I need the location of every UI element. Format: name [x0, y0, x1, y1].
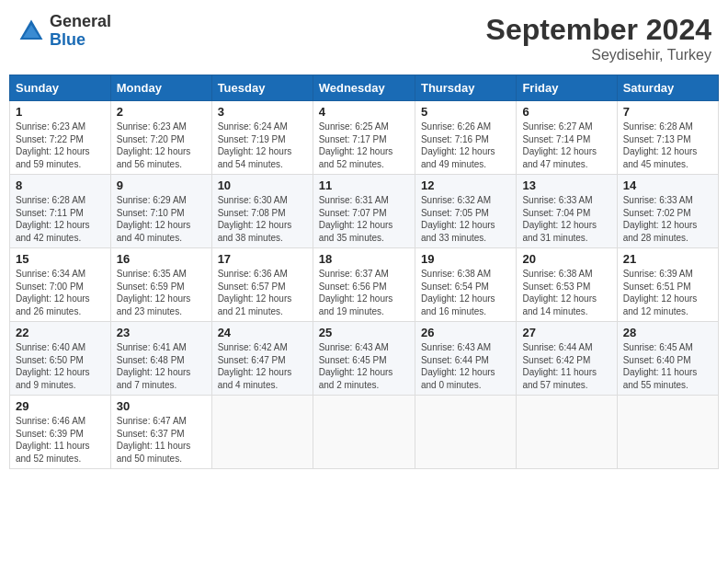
calendar-cell: [617, 396, 718, 469]
day-number: 29: [16, 399, 105, 413]
calendar-table: SundayMondayTuesdayWednesdayThursdayFrid…: [9, 75, 719, 469]
calendar-cell: 6Sunrise: 6:27 AM Sunset: 7:14 PM Daylig…: [517, 101, 617, 175]
day-info: Sunrise: 6:25 AM Sunset: 7:17 PM Dayligh…: [319, 121, 409, 170]
day-number: 4: [319, 105, 409, 119]
day-info: Sunrise: 6:33 AM Sunset: 7:04 PM Dayligh…: [522, 194, 610, 244]
calendar-week-row: 8Sunrise: 6:28 AM Sunset: 7:11 PM Daylig…: [10, 175, 719, 248]
day-info: Sunrise: 6:46 AM Sunset: 6:39 PM Dayligh…: [16, 415, 105, 465]
day-info: Sunrise: 6:36 AM Sunset: 6:57 PM Dayligh…: [218, 268, 307, 317]
weekday-header-thursday: Thursday: [415, 75, 516, 101]
calendar-cell: 27Sunrise: 6:44 AM Sunset: 6:42 PM Dayli…: [517, 322, 617, 396]
calendar-week-row: 29Sunrise: 6:46 AM Sunset: 6:39 PM Dayli…: [10, 396, 719, 469]
day-number: 8: [16, 178, 105, 192]
calendar-cell: 20Sunrise: 6:38 AM Sunset: 6:53 PM Dayli…: [517, 248, 617, 322]
day-number: 20: [522, 252, 610, 266]
logo-general: General: [50, 13, 111, 31]
day-number: 19: [421, 252, 510, 266]
calendar-cell: 8Sunrise: 6:28 AM Sunset: 7:11 PM Daylig…: [10, 175, 111, 248]
day-number: 10: [218, 178, 307, 192]
day-info: Sunrise: 6:28 AM Sunset: 7:11 PM Dayligh…: [16, 194, 105, 244]
calendar-cell: 12Sunrise: 6:32 AM Sunset: 7:05 PM Dayli…: [415, 175, 516, 248]
day-info: Sunrise: 6:47 AM Sunset: 6:37 PM Dayligh…: [117, 415, 206, 465]
day-number: 17: [218, 252, 307, 266]
logo-icon: [17, 17, 46, 46]
day-info: Sunrise: 6:40 AM Sunset: 6:50 PM Dayligh…: [16, 341, 105, 391]
day-info: Sunrise: 6:28 AM Sunset: 7:13 PM Dayligh…: [623, 121, 712, 170]
calendar-cell: [313, 396, 415, 469]
calendar-cell: [415, 396, 516, 469]
weekday-header-monday: Monday: [110, 75, 211, 101]
weekday-header-row: SundayMondayTuesdayWednesdayThursdayFrid…: [10, 75, 719, 101]
calendar-week-row: 22Sunrise: 6:40 AM Sunset: 6:50 PM Dayli…: [10, 322, 719, 396]
calendar-cell: 16Sunrise: 6:35 AM Sunset: 6:59 PM Dayli…: [110, 248, 211, 322]
month-year: September 2024: [486, 13, 711, 47]
calendar-cell: [211, 396, 313, 469]
day-number: 24: [218, 326, 307, 339]
logo-text: General Blue: [50, 13, 111, 50]
calendar-cell: 19Sunrise: 6:38 AM Sunset: 6:54 PM Dayli…: [415, 248, 516, 322]
day-info: Sunrise: 6:27 AM Sunset: 7:14 PM Dayligh…: [522, 121, 610, 170]
day-info: Sunrise: 6:23 AM Sunset: 7:20 PM Dayligh…: [117, 121, 206, 170]
day-number: 14: [623, 178, 712, 192]
day-info: Sunrise: 6:34 AM Sunset: 7:00 PM Dayligh…: [16, 268, 105, 317]
day-info: Sunrise: 6:32 AM Sunset: 7:05 PM Dayligh…: [421, 194, 510, 244]
page-header: General Blue September 2024 Seydisehir, …: [9, 9, 719, 67]
calendar-cell: 24Sunrise: 6:42 AM Sunset: 6:47 PM Dayli…: [211, 322, 313, 396]
weekday-header-friday: Friday: [517, 75, 617, 101]
calendar-cell: 17Sunrise: 6:36 AM Sunset: 6:57 PM Dayli…: [211, 248, 313, 322]
day-number: 25: [319, 326, 409, 339]
day-info: Sunrise: 6:30 AM Sunset: 7:08 PM Dayligh…: [218, 194, 307, 244]
calendar-cell: 1Sunrise: 6:23 AM Sunset: 7:22 PM Daylig…: [10, 101, 111, 175]
day-info: Sunrise: 6:42 AM Sunset: 6:47 PM Dayligh…: [218, 341, 307, 391]
calendar-cell: 23Sunrise: 6:41 AM Sunset: 6:48 PM Dayli…: [110, 322, 211, 396]
calendar-cell: 4Sunrise: 6:25 AM Sunset: 7:17 PM Daylig…: [313, 101, 415, 175]
day-info: Sunrise: 6:37 AM Sunset: 6:56 PM Dayligh…: [319, 268, 409, 317]
day-number: 16: [117, 252, 206, 266]
weekday-header-tuesday: Tuesday: [211, 75, 313, 101]
day-info: Sunrise: 6:26 AM Sunset: 7:16 PM Dayligh…: [421, 121, 510, 170]
day-info: Sunrise: 6:31 AM Sunset: 7:07 PM Dayligh…: [319, 194, 409, 244]
calendar-cell: 11Sunrise: 6:31 AM Sunset: 7:07 PM Dayli…: [313, 175, 415, 248]
logo: General Blue: [17, 13, 111, 50]
day-info: Sunrise: 6:43 AM Sunset: 6:45 PM Dayligh…: [319, 341, 409, 391]
day-info: Sunrise: 6:41 AM Sunset: 6:48 PM Dayligh…: [117, 341, 206, 391]
calendar-week-row: 15Sunrise: 6:34 AM Sunset: 7:00 PM Dayli…: [10, 248, 719, 322]
day-info: Sunrise: 6:23 AM Sunset: 7:22 PM Dayligh…: [16, 121, 105, 170]
calendar-cell: 9Sunrise: 6:29 AM Sunset: 7:10 PM Daylig…: [110, 175, 211, 248]
calendar-cell: 25Sunrise: 6:43 AM Sunset: 6:45 PM Dayli…: [313, 322, 415, 396]
day-number: 23: [117, 326, 206, 339]
day-number: 1: [16, 105, 105, 119]
day-info: Sunrise: 6:44 AM Sunset: 6:42 PM Dayligh…: [522, 341, 610, 391]
calendar-cell: 26Sunrise: 6:43 AM Sunset: 6:44 PM Dayli…: [415, 322, 516, 396]
calendar-cell: 13Sunrise: 6:33 AM Sunset: 7:04 PM Dayli…: [517, 175, 617, 248]
day-number: 18: [319, 252, 409, 266]
day-number: 21: [623, 252, 712, 266]
day-number: 30: [117, 399, 206, 413]
logo-blue: Blue: [50, 31, 111, 50]
calendar-cell: 3Sunrise: 6:24 AM Sunset: 7:19 PM Daylig…: [211, 101, 313, 175]
calendar-cell: 10Sunrise: 6:30 AM Sunset: 7:08 PM Dayli…: [211, 175, 313, 248]
weekday-header-saturday: Saturday: [617, 75, 718, 101]
day-number: 28: [623, 326, 712, 339]
day-info: Sunrise: 6:35 AM Sunset: 6:59 PM Dayligh…: [117, 268, 206, 317]
calendar-cell: 14Sunrise: 6:33 AM Sunset: 7:02 PM Dayli…: [617, 175, 718, 248]
day-number: 3: [218, 105, 307, 119]
day-number: 12: [421, 178, 510, 192]
title-block: September 2024 Seydisehir, Turkey: [486, 13, 711, 63]
day-number: 2: [117, 105, 206, 119]
day-number: 6: [522, 105, 610, 119]
calendar-cell: 7Sunrise: 6:28 AM Sunset: 7:13 PM Daylig…: [617, 101, 718, 175]
calendar-week-row: 1Sunrise: 6:23 AM Sunset: 7:22 PM Daylig…: [10, 101, 719, 175]
day-info: Sunrise: 6:29 AM Sunset: 7:10 PM Dayligh…: [117, 194, 206, 244]
calendar-cell: 18Sunrise: 6:37 AM Sunset: 6:56 PM Dayli…: [313, 248, 415, 322]
calendar-cell: 28Sunrise: 6:45 AM Sunset: 6:40 PM Dayli…: [617, 322, 718, 396]
day-number: 9: [117, 178, 206, 192]
day-info: Sunrise: 6:38 AM Sunset: 6:54 PM Dayligh…: [421, 268, 510, 317]
day-number: 26: [421, 326, 510, 339]
weekday-header-sunday: Sunday: [10, 75, 111, 101]
calendar-cell: 15Sunrise: 6:34 AM Sunset: 7:00 PM Dayli…: [10, 248, 111, 322]
day-number: 13: [522, 178, 610, 192]
day-info: Sunrise: 6:45 AM Sunset: 6:40 PM Dayligh…: [623, 341, 712, 391]
day-number: 27: [522, 326, 610, 339]
day-number: 11: [319, 178, 409, 192]
